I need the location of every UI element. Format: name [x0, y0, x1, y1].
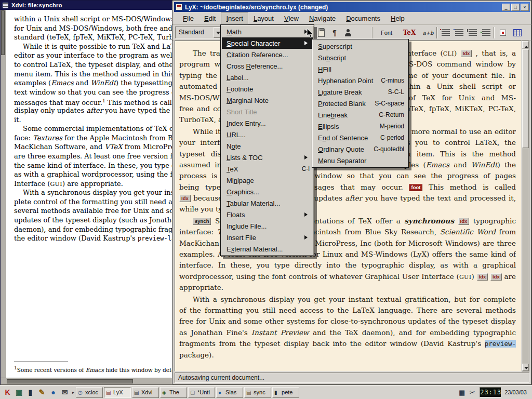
menu-item-marginal-note[interactable]: Marginal Note	[222, 95, 313, 106]
maximize-button[interactable]: □	[511, 4, 520, 11]
xdvi-horizontal-scrollbar[interactable]	[1, 378, 172, 384]
terminal-icon[interactable]: ▮	[25, 387, 36, 398]
menu-item-menu-separator[interactable]: Menu Separator	[313, 155, 407, 166]
menu-documents[interactable]: Documents	[341, 12, 385, 24]
menu-item-tex[interactable]: TeXC-l	[222, 163, 313, 175]
menu-item-hfill[interactable]: HFill	[313, 63, 407, 75]
klipper-icon[interactable]: ✂	[467, 387, 477, 397]
menu-item-ellipsis[interactable]: EllipsisM-period	[313, 121, 407, 132]
menu-item-label: Index Entry...	[227, 118, 310, 129]
index-inset-badge[interactable]: Idx	[461, 50, 472, 57]
menu-item-end-of-sentence[interactable]: End of SentenceC-period	[313, 132, 407, 143]
taskbar-button-label: sync	[254, 389, 265, 395]
menu-item-note[interactable]: Note	[222, 140, 313, 152]
menu-file[interactable]: File	[178, 12, 199, 24]
menu-item-graphics[interactable]: Graphics...	[222, 186, 313, 197]
menu-navigate[interactable]: Navigate	[304, 12, 341, 24]
font-button[interactable]: Font	[375, 26, 398, 39]
xdvi-text-line: face: Textures for the Apple Macintosh f…	[14, 134, 172, 143]
xdvi-vscroll-thumb[interactable]	[1, 10, 5, 55]
menu-item-ligature-break[interactable]: Ligature BreakS-C-L	[313, 86, 407, 98]
menu-item-subscript[interactable]: Subscript	[313, 52, 407, 63]
taskbar-button-lyx[interactable]: ▤LyX	[104, 387, 131, 398]
minimize-button[interactable]: _	[502, 4, 510, 11]
menu-item-index-entry[interactable]: Index Entry...	[222, 117, 313, 129]
text-segment: GUI	[459, 274, 472, 281]
menu-item-protected-blank[interactable]: Protected BlankS-C-space	[313, 98, 407, 109]
menu-item-label: Label...	[227, 72, 310, 83]
show-desktop-icon[interactable]: ▣	[14, 387, 24, 398]
taskbar-button-slas[interactable]: ●Slas	[216, 387, 243, 398]
index-inset-badge[interactable]: Idx	[458, 218, 470, 225]
taskbar-button-sync[interactable]: ▤sync	[244, 387, 271, 398]
paragraph-button[interactable]: ¶	[328, 26, 341, 39]
enumerate-button[interactable]	[453, 26, 466, 39]
noun-style-button[interactable]	[342, 26, 354, 39]
note-button[interactable]	[497, 26, 509, 39]
index-inset-badge[interactable]: Idx	[490, 273, 502, 281]
description-button[interactable]	[467, 26, 479, 39]
menu-item-cross-reference[interactable]: Cross Reference...	[222, 60, 313, 72]
xdvi-hscroll-thumb[interactable]	[7, 379, 133, 383]
menu-item-math[interactable]: Math	[222, 26, 313, 37]
text-segment: ) the typesetting process i	[116, 79, 172, 87]
menu-item-short-title[interactable]: Short Title	[222, 106, 313, 117]
itemize-button[interactable]	[440, 26, 452, 39]
menu-item-tabular-material[interactable]: Tabular Material...	[222, 197, 313, 209]
text-segment: package).	[179, 351, 214, 359]
pager-icon[interactable]: ▦	[457, 387, 467, 397]
depth-button[interactable]	[480, 26, 493, 39]
index-inset-badge[interactable]: Idx	[477, 273, 488, 281]
mail-icon[interactable]: ✉	[59, 387, 70, 398]
k-menu-icon[interactable]: K	[2, 387, 13, 398]
menu-item-citation-reference[interactable]: Citation Reference...	[222, 49, 313, 60]
menu-layout[interactable]: Layout	[248, 12, 279, 24]
editor-icon[interactable]: ✎	[36, 387, 47, 398]
lyx-vertical-scrollbar[interactable]	[522, 41, 529, 371]
menu-item-label: Minipage	[227, 175, 310, 186]
xdvi-text-line: it.	[14, 115, 172, 125]
menu-help[interactable]: Help	[385, 12, 410, 24]
math-mode-button[interactable]: a+b	[420, 26, 436, 39]
paste-button[interactable]	[315, 26, 327, 39]
toolbar-separator	[436, 27, 437, 38]
menu-item-include-file[interactable]: Include File...	[222, 220, 313, 232]
menu-item-linebreak[interactable]: LinebreakC-Return	[313, 109, 407, 121]
menu-item-floats[interactable]: Floats	[222, 209, 313, 220]
menu-view[interactable]: View	[279, 12, 304, 24]
menu-item-insert-file[interactable]: Insert File	[222, 232, 313, 243]
xdvi-vertical-scrollbar[interactable]	[1, 10, 6, 378]
scroll-up-button[interactable]	[522, 41, 529, 48]
taskbar-scroll-arrow-icon[interactable]: ▸	[72, 390, 74, 395]
inset-badge[interactable]: synch	[193, 218, 211, 225]
lyx-titlebar[interactable]: LyX: ~/doc/beginlatex/src/synchro.lyx (c…	[174, 2, 530, 12]
taskbar-button-unti[interactable]: ▢*Unti	[188, 387, 215, 398]
menu-item-lists-toc[interactable]: Lists & TOC	[222, 152, 313, 163]
taskbar-button-xcloc[interactable]: ◷xcloc	[76, 387, 103, 398]
menu-item-label: Floats	[227, 209, 301, 220]
menu-edit[interactable]: Edit	[199, 12, 221, 24]
browser-icon[interactable]: ●	[48, 387, 59, 398]
taskbar-button-xdvi[interactable]: ▤Xdvi	[132, 387, 159, 398]
scroll-down-button[interactable]	[522, 364, 529, 371]
close-button[interactable]: ×	[521, 4, 529, 11]
index-inset-badge[interactable]: Idx	[179, 195, 191, 202]
layout-combo[interactable]: Standard	[175, 26, 223, 38]
menu-item-superscript[interactable]: Superscript	[313, 41, 407, 52]
menu-item-special-character[interactable]: Special Character	[222, 37, 313, 49]
lyx-vscroll-thumb[interactable]	[522, 49, 529, 148]
table-button[interactable]	[511, 26, 524, 39]
taskbar-button-the[interactable]: ◈The	[160, 387, 187, 398]
menu-item-external-material[interactable]: External Material...	[222, 243, 313, 255]
tex-button[interactable]: TeX	[401, 26, 418, 39]
xdvi-titlebar[interactable]: Xdvi: file:synchro	[1, 1, 172, 10]
menu-item-label[interactable]: Label...	[222, 72, 313, 83]
taskbar-button-pete[interactable]: ▮pete	[272, 387, 299, 398]
menu-item-minipage[interactable]: Minipage	[222, 175, 313, 186]
menu-item-url[interactable]: URL...	[222, 129, 313, 140]
menu-item-hyphenation-point[interactable]: Hyphenation PointC-minus	[313, 75, 407, 86]
menu-item-ordinary-quote[interactable]: Ordinary QuoteC-quotedbl	[313, 143, 407, 155]
footnote-inset-badge[interactable]: foot	[409, 184, 422, 191]
menu-insert[interactable]: Insert	[221, 12, 248, 24]
menu-item-footnote[interactable]: Footnote	[222, 83, 313, 95]
